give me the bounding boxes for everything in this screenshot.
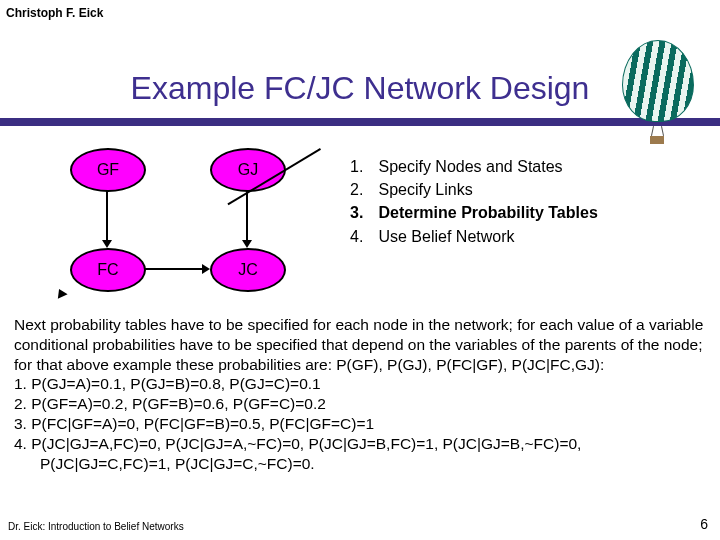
step-num: 3.	[350, 201, 374, 224]
step-num: 1.	[350, 155, 374, 178]
body-text: Next probability tables have to be speci…	[14, 315, 706, 474]
step-3: 3. Determine Probability Tables	[350, 201, 598, 224]
step-text: Specify Links	[378, 181, 472, 198]
step-1: 1. Specify Nodes and States	[350, 155, 598, 178]
prob-line-2: 2. P(GF=A)=0.2, P(GF=B)=0.6, P(GF=C)=0.2	[14, 394, 706, 414]
title-underline	[0, 118, 720, 126]
node-gj: GJ	[210, 148, 286, 192]
page-title: Example FC/JC Network Design	[0, 70, 720, 107]
edge-gf-fc	[106, 190, 108, 246]
step-2: 2. Specify Links	[350, 178, 598, 201]
page-number: 6	[700, 516, 708, 532]
edge-fc-jc	[144, 268, 208, 270]
balloon-icon	[622, 40, 700, 150]
edge-gj-jc	[246, 190, 248, 246]
step-4: 4. Use Belief Network	[350, 225, 598, 248]
paragraph: Next probability tables have to be speci…	[14, 315, 706, 374]
steps-list: 1. Specify Nodes and States 2. Specify L…	[350, 155, 598, 248]
step-text: Determine Probability Tables	[378, 204, 597, 221]
node-fc: FC	[70, 248, 146, 292]
step-text: Specify Nodes and States	[378, 158, 562, 175]
author-top: Christoph F. Eick	[6, 6, 103, 20]
network-diagram: GF GJ FC JC	[60, 148, 320, 298]
prob-line-4: 4. P(JC|GJ=A,FC)=0, P(JC|GJ=A,~FC)=0, P(…	[14, 434, 706, 474]
footer-left: Dr. Eick: Introduction to Belief Network…	[8, 521, 184, 532]
step-num: 2.	[350, 178, 374, 201]
prob-line-3: 3. P(FC|GF=A)=0, P(FC|GF=B)=0.5, P(FC|GF…	[14, 414, 706, 434]
step-num: 4.	[350, 225, 374, 248]
prob-line-1: 1. P(GJ=A)=0.1, P(GJ=B)=0.8, P(GJ=C)=0.1	[14, 374, 706, 394]
node-gf: GF	[70, 148, 146, 192]
step-text: Use Belief Network	[378, 228, 514, 245]
node-jc: JC	[210, 248, 286, 292]
